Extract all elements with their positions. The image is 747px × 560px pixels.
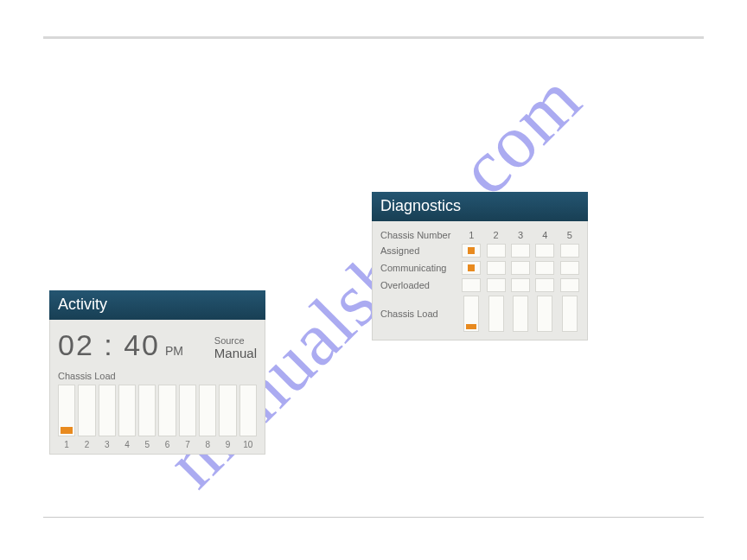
chassis-column-number: 5 — [560, 230, 579, 240]
diag-status-cell — [535, 261, 554, 275]
divider-top — [43, 36, 704, 39]
time-value: 02 : 40 — [58, 328, 160, 362]
bar-slot — [118, 385, 136, 436]
source-value: Manual — [214, 346, 257, 360]
diag-status-cell — [535, 244, 554, 258]
diagnostics-tile: Diagnostics Chassis Number12345AssignedC… — [372, 192, 588, 340]
bar-slot — [239, 385, 257, 436]
chassis-column-number: 3 — [511, 230, 530, 240]
bar-number: 9 — [219, 440, 236, 449]
bar-slot — [179, 385, 196, 436]
bar-fill — [61, 427, 73, 434]
diag-status-cell — [560, 261, 579, 275]
chassis-column-number: 2 — [486, 230, 505, 240]
diag-status-cell — [462, 244, 481, 258]
bar-number: 8 — [199, 440, 216, 449]
diagnostics-title: Diagnostics — [372, 192, 588, 221]
activity-tile: Activity 02 : 40 PM Source Manual Chassi… — [49, 290, 265, 455]
diag-status-cell — [487, 244, 506, 258]
diag-status-cell — [560, 278, 579, 292]
bar-slot — [219, 385, 236, 436]
diag-load-slot — [463, 296, 479, 332]
chassis-load-bar: 3 — [99, 385, 116, 449]
diag-load-slot — [513, 296, 528, 332]
time-row: 02 : 40 PM Source Manual — [58, 328, 257, 362]
diagnostics-grid: Chassis Number12345AssignedCommunicating… — [380, 230, 579, 332]
diag-status-cell — [487, 278, 506, 292]
bar-slot — [78, 385, 95, 436]
diag-status-cell — [511, 261, 530, 275]
chassis-load-bar: 1 — [58, 385, 75, 449]
diag-load-slot — [488, 296, 504, 332]
time-suffix: PM — [165, 344, 183, 362]
diag-status-cell — [511, 244, 530, 258]
chassis-column-number: 1 — [462, 230, 481, 240]
divider-bottom — [43, 517, 704, 518]
diag-row-label: Assigned — [380, 245, 456, 256]
diag-row-label: Communicating — [380, 263, 456, 273]
bar-fill — [466, 324, 476, 329]
bar-slot — [58, 385, 75, 436]
chassis-number-label: Chassis Number — [380, 230, 456, 240]
bar-number: 2 — [78, 440, 95, 449]
chassis-load-bar: 2 — [78, 385, 95, 449]
diag-row-label: Overloaded — [380, 280, 456, 290]
source-block: Source Manual — [214, 335, 257, 362]
diag-status-cell — [462, 278, 481, 292]
diag-status-cell — [511, 278, 530, 292]
source-label: Source — [214, 335, 257, 346]
bar-number: 3 — [99, 440, 116, 449]
diag-status-cell — [462, 261, 481, 275]
bar-number: 10 — [239, 440, 257, 449]
diag-load-slot — [537, 296, 552, 332]
chassis-load-bar: 9 — [219, 385, 236, 449]
chassis-load-bar: 4 — [118, 385, 136, 449]
bar-slot — [199, 385, 216, 436]
bar-slot — [138, 385, 156, 436]
chassis-load-bar: 6 — [158, 385, 176, 449]
diag-load-label: Chassis Load — [380, 309, 456, 319]
bar-number: 7 — [179, 440, 196, 449]
chassis-load-bar: 5 — [138, 385, 156, 449]
activity-body: 02 : 40 PM Source Manual Chassis Load 12… — [49, 320, 265, 455]
diagnostics-body: Chassis Number12345AssignedCommunicating… — [372, 221, 588, 340]
diag-status-cell — [535, 278, 554, 292]
diag-status-cell — [487, 261, 506, 275]
bar-number: 5 — [138, 440, 156, 449]
bar-slot — [158, 385, 176, 436]
chassis-load-bar: 10 — [239, 385, 257, 449]
chassis-column-number: 4 — [535, 230, 554, 240]
chassis-load-bar: 7 — [179, 385, 196, 449]
diag-load-slot — [562, 296, 578, 332]
activity-title: Activity — [49, 290, 265, 320]
bar-number: 6 — [158, 440, 176, 449]
chassis-load-bar: 8 — [199, 385, 216, 449]
chassis-load-label: Chassis Load — [58, 371, 257, 381]
bar-number: 4 — [118, 440, 136, 449]
bar-slot — [99, 385, 116, 436]
diag-status-cell — [560, 244, 579, 258]
chassis-load-bars: 12345678910 — [58, 385, 257, 449]
bar-number: 1 — [58, 440, 75, 449]
